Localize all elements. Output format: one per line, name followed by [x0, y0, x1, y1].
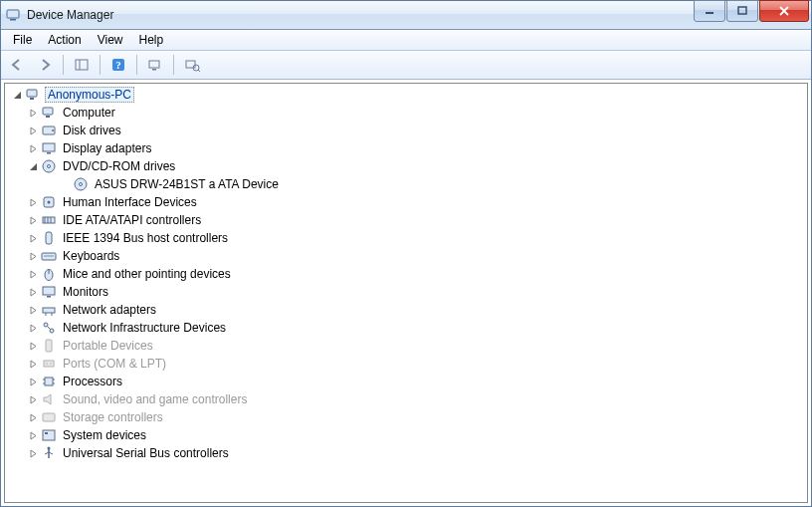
svg-rect-16	[46, 116, 50, 118]
1394-icon	[41, 230, 57, 246]
expander-icon[interactable]	[25, 158, 41, 174]
expander-icon[interactable]	[25, 140, 41, 156]
menu-action[interactable]: Action	[40, 31, 89, 49]
tree-category[interactable]: DVD/CD-ROM drives	[5, 157, 807, 175]
tree-category[interactable]: Disk drives	[5, 122, 807, 139]
expander-icon[interactable]	[25, 338, 41, 354]
expander-icon[interactable]	[25, 302, 41, 318]
svg-rect-19	[43, 143, 55, 151]
tree-category[interactable]: IEEE 1394 Bus host controllers	[5, 229, 807, 247]
expander-icon[interactable]	[25, 212, 41, 228]
expander-icon[interactable]	[25, 391, 41, 407]
svg-rect-8	[149, 61, 159, 68]
tree-category-label: Network Infrastructure Devices	[61, 321, 228, 335]
monitor-icon	[41, 284, 57, 300]
svg-rect-44	[46, 340, 52, 352]
tree-category[interactable]: Universal Serial Bus controllers	[5, 444, 807, 462]
expander-icon[interactable]	[25, 194, 41, 210]
maximize-button[interactable]	[726, 0, 758, 22]
tree-category-label: Portable Devices	[61, 339, 155, 353]
tree-category[interactable]: Sound, video and game controllers	[5, 390, 807, 408]
show-hide-console-tree-button[interactable]	[70, 53, 94, 77]
tree-category[interactable]: Keyboards	[5, 247, 807, 265]
storage-icon	[41, 409, 57, 425]
svg-point-18	[52, 129, 54, 131]
window-controls	[693, 0, 809, 22]
tree-category-label: Sound, video and game controllers	[61, 392, 249, 406]
tree-category[interactable]: IDE ATA/ATAPI controllers	[5, 211, 807, 229]
svg-line-12	[198, 70, 200, 72]
tree-category-label: Ports (COM & LPT)	[61, 357, 168, 371]
tree-root-label: Anonymous-PC	[45, 87, 134, 103]
expander-icon[interactable]	[25, 374, 41, 389]
tree-category[interactable]: System devices	[5, 426, 807, 444]
display-icon	[41, 140, 57, 156]
ports-icon	[41, 356, 57, 372]
tree-category[interactable]: Computer	[5, 104, 807, 122]
device-tree[interactable]: Anonymous-PC Computer Disk drives Displa…	[4, 83, 808, 503]
svg-rect-31	[46, 232, 52, 244]
svg-text:?: ?	[115, 59, 121, 71]
menu-view[interactable]: View	[90, 31, 131, 49]
toolbar: ?	[1, 51, 811, 80]
show-hidden-devices-button[interactable]	[180, 53, 204, 77]
cd-icon	[41, 158, 57, 174]
svg-point-42	[50, 329, 54, 333]
svg-rect-15	[43, 108, 53, 115]
expander-icon[interactable]	[25, 123, 41, 138]
forward-button[interactable]	[33, 53, 57, 77]
tree-category-label: Network adapters	[61, 303, 158, 317]
expander-icon[interactable]	[25, 427, 41, 443]
expander-icon[interactable]	[25, 409, 41, 425]
expander-icon[interactable]	[25, 445, 41, 461]
netinfra-icon	[41, 320, 57, 336]
tree-device[interactable]: ASUS DRW-24B1ST a ATA Device	[5, 175, 807, 193]
help-button[interactable]: ?	[106, 53, 130, 77]
computer-icon	[25, 87, 41, 103]
tree-root[interactable]: Anonymous-PC	[5, 86, 807, 104]
mouse-icon	[41, 266, 57, 282]
expander-icon[interactable]	[25, 356, 41, 372]
tree-category[interactable]: Ports (COM & LPT)	[5, 355, 807, 373]
tree-category[interactable]: Network adapters	[5, 301, 807, 319]
svg-point-47	[50, 363, 52, 365]
expander-icon[interactable]	[25, 105, 41, 121]
menu-help[interactable]: Help	[131, 31, 172, 49]
tree-category[interactable]: Processors	[5, 373, 807, 390]
tree-device-label: ASUS DRW-24B1ST a ATA Device	[93, 177, 281, 191]
svg-line-43	[48, 327, 51, 330]
disk-icon	[41, 123, 57, 138]
tree-category[interactable]: Storage controllers	[5, 408, 807, 426]
close-button[interactable]	[759, 0, 809, 22]
svg-rect-55	[45, 432, 48, 434]
tree-category[interactable]: Mice and other pointing devices	[5, 265, 807, 283]
scan-hardware-button[interactable]	[143, 53, 167, 77]
tree-category[interactable]: Portable Devices	[5, 337, 807, 355]
tree-category[interactable]: Human Interface Devices	[5, 193, 807, 211]
menu-file[interactable]: File	[5, 31, 40, 49]
back-button[interactable]	[5, 53, 29, 77]
minimize-button[interactable]	[694, 0, 725, 22]
expander-icon[interactable]	[25, 248, 41, 264]
svg-rect-45	[44, 361, 54, 367]
expander-icon[interactable]	[9, 87, 25, 103]
tree-category-label: IEEE 1394 Bus host controllers	[61, 231, 230, 245]
svg-point-26	[48, 201, 51, 204]
tree-category[interactable]: Network Infrastructure Devices	[5, 319, 807, 337]
expander-icon[interactable]	[25, 320, 41, 336]
expander-icon[interactable]	[25, 266, 41, 282]
svg-rect-14	[30, 98, 34, 100]
expander-icon[interactable]	[25, 284, 41, 300]
tree-category[interactable]: Display adapters	[5, 139, 807, 157]
svg-rect-37	[47, 296, 51, 298]
tree-category[interactable]: Monitors	[5, 283, 807, 301]
expander-icon[interactable]	[25, 230, 41, 246]
svg-rect-13	[27, 90, 37, 97]
title-bar[interactable]: Device Manager	[1, 1, 811, 30]
svg-rect-9	[152, 69, 156, 71]
sound-icon	[41, 391, 57, 407]
tree-category-label: System devices	[61, 428, 148, 442]
tree-category-label: Disk drives	[61, 124, 123, 137]
svg-rect-54	[43, 430, 55, 440]
menu-bar: File Action View Help	[1, 30, 811, 51]
